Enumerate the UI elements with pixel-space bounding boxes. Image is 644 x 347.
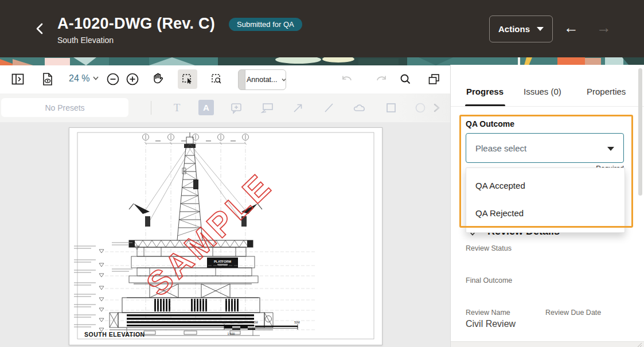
annotation-dropdown-label: Annotat... <box>247 76 278 84</box>
svg-text:0M: 0M <box>223 321 227 324</box>
review-status-label: Review Status <box>466 244 512 252</box>
svg-text:50M: 50M <box>294 321 299 324</box>
callout-tool-button[interactable] <box>259 100 275 115</box>
previous-document-button[interactable]: ← <box>564 19 579 36</box>
marquee-zoom-icon <box>210 73 223 85</box>
page-title: A-1020-DWG (Rev. C) <box>57 15 215 33</box>
document-viewer-app: A-1020-DWG (Rev. C) Submitted for QA Sou… <box>0 0 644 347</box>
grid-bubbles <box>143 134 249 141</box>
cloud-icon <box>353 102 368 114</box>
option-qa-rejected[interactable]: QA Rejected <box>475 208 524 218</box>
arrow-tool-button[interactable] <box>290 100 306 115</box>
page-subtitle: South Elevation <box>57 36 114 45</box>
header-bar: A-1020-DWG (Rev. C) Submitted for QA Sou… <box>0 0 644 57</box>
toggle-sidebar-button[interactable] <box>8 69 28 89</box>
plus-circle-icon <box>125 72 140 87</box>
page-preview-icon <box>41 72 54 86</box>
next-document-button[interactable]: → <box>596 19 611 36</box>
annotation-toolbar: No Presets T A <box>0 93 450 123</box>
search-icon <box>399 73 412 85</box>
tab-properties[interactable]: Properties <box>587 87 626 96</box>
chevron-down-icon <box>607 147 614 151</box>
banner-art <box>0 57 644 65</box>
review-due-date-label: Review Due Date <box>545 309 601 317</box>
actions-button[interactable]: Actions <box>489 15 553 42</box>
resize-handle-icon[interactable] <box>637 342 643 347</box>
compare-pages-icon <box>427 73 441 85</box>
undo-icon <box>341 74 353 84</box>
svg-text:10M: 10M <box>237 321 243 324</box>
presets-label: No Presets <box>45 103 84 112</box>
scale-ratio: 1:500 <box>228 332 235 336</box>
review-name-value: Civil Review <box>466 319 516 329</box>
zoom-level-dropdown[interactable] <box>92 74 100 84</box>
tab-progress[interactable]: Progress <box>466 87 504 96</box>
rectangle-icon <box>385 102 397 114</box>
panel-scrollbar[interactable] <box>638 68 642 196</box>
compare-button[interactable] <box>424 69 444 89</box>
tab-issues[interactable]: Issues (0) <box>524 87 561 96</box>
callout-icon <box>260 101 275 115</box>
line-tool-button[interactable] <box>321 100 337 115</box>
panel-footer-strip <box>451 341 644 347</box>
zoom-in-button[interactable] <box>123 69 142 89</box>
toolbar-fade <box>399 93 450 122</box>
highlight-tool-button[interactable]: A <box>198 100 214 115</box>
note-tool-button[interactable] <box>228 100 244 115</box>
panel-toggle-icon <box>11 73 25 85</box>
qa-outcome-select[interactable]: Please select <box>466 133 624 163</box>
chevron-down-icon <box>92 74 100 82</box>
sample-watermark: SAMPLE <box>139 165 279 303</box>
qa-outcome-label: QA Outcome <box>466 119 514 128</box>
marquee-select-button[interactable] <box>178 69 197 89</box>
document-canvas[interactable]: PLATFORM <box>0 122 450 347</box>
qa-outcome-dropdown-list: QA Accepted QA Rejected <box>466 167 625 233</box>
review-name-label: Review Name <box>466 309 510 317</box>
arrow-icon <box>292 102 305 114</box>
marquee-select-icon <box>181 73 194 85</box>
minus-circle-icon <box>106 72 120 87</box>
toolbar-divider <box>151 101 151 115</box>
support-trusses <box>127 284 259 298</box>
drawing-title: SOUTH ELEVATION <box>84 331 145 338</box>
presets-dropdown[interactable]: No Presets <box>1 98 128 117</box>
drawing-page[interactable]: PLATFORM <box>69 127 383 345</box>
option-qa-accepted[interactable]: QA Accepted <box>475 181 525 190</box>
redo-icon <box>375 74 388 84</box>
marquee-zoom-button[interactable] <box>207 69 227 89</box>
actions-button-label: Actions <box>498 24 530 34</box>
page-preview-button[interactable] <box>38 69 57 89</box>
line-icon <box>323 102 335 114</box>
annotation-mode-dropdown[interactable]: Annotat... <box>238 69 286 90</box>
qa-outcome-placeholder: Please select <box>475 143 526 153</box>
zoom-out-button[interactable] <box>103 69 123 89</box>
text-tool-button[interactable]: T <box>169 100 185 115</box>
scale-bar: 0M 5M 10M 25M 50M 1:500 <box>223 321 300 336</box>
elevation-drawing: PLATFORM <box>69 128 382 345</box>
tab-bar-divider <box>451 106 644 107</box>
status-badge: Submitted for QA <box>229 18 302 31</box>
decorative-banner <box>0 57 644 65</box>
search-button[interactable] <box>396 69 415 89</box>
rectangle-tool-button[interactable] <box>383 100 399 115</box>
cloud-tool-button[interactable] <box>352 100 368 115</box>
redo-button[interactable] <box>372 69 391 89</box>
undo-button[interactable] <box>337 69 357 89</box>
chevron-left-icon <box>37 24 42 33</box>
pan-tool-button[interactable] <box>149 69 168 89</box>
comment-plus-icon <box>229 101 243 115</box>
review-panel: Progress Issues (0) Properties QA Outcom… <box>450 65 644 347</box>
viewer-toolbar: 24 % <box>0 65 450 94</box>
svg-text:5M: 5M <box>231 321 235 324</box>
back-button[interactable] <box>33 21 47 37</box>
final-outcome-label: Final Outcome <box>466 276 512 284</box>
zoom-level-value[interactable]: 24 % <box>69 73 89 84</box>
svg-text:25M: 25M <box>252 321 257 324</box>
chevron-down-icon <box>281 77 286 83</box>
chevron-down-icon <box>537 27 544 31</box>
hand-icon <box>151 72 165 86</box>
platform-label: PLATFORM <box>214 260 232 263</box>
